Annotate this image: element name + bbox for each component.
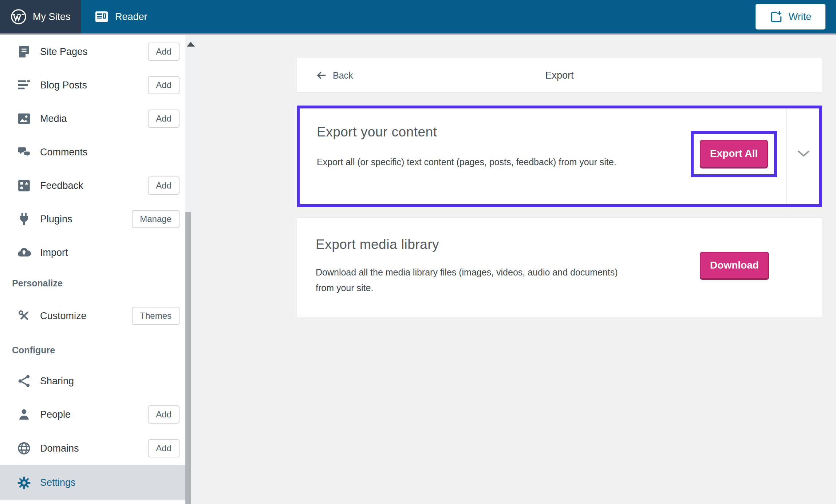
reader-tab[interactable]: Reader xyxy=(81,0,158,33)
add-button[interactable]: Add xyxy=(148,43,180,61)
add-button[interactable]: Add xyxy=(148,176,180,195)
plug-icon xyxy=(16,211,32,227)
write-button[interactable]: Write xyxy=(756,4,825,29)
export-content-card: Export your content Export all (or speci… xyxy=(297,106,822,207)
add-button[interactable]: Add xyxy=(148,439,180,457)
my-sites-tab[interactable]: My Sites xyxy=(0,0,81,33)
cloud-upload-icon xyxy=(16,245,32,261)
main-content: Back Export Export your content Export a… xyxy=(196,35,836,504)
export-all-annotation-box: Export All xyxy=(691,131,777,177)
export-content-description: Export all (or specific) text content (p… xyxy=(317,154,637,170)
chevron-down-icon[interactable] xyxy=(796,149,811,158)
sidebar-item-feedback[interactable]: Feedback Add xyxy=(0,169,185,202)
sidebar-item-domains[interactable]: Domains Add xyxy=(0,432,185,465)
back-button[interactable]: Back xyxy=(315,58,353,92)
sidebar-item-media[interactable]: Media Add xyxy=(0,102,185,135)
sidebar-item-plugins[interactable]: Plugins Manage xyxy=(0,202,185,236)
sidebar-item-label: Site Pages xyxy=(40,46,88,57)
sidebar: Site Pages Add Blog Posts Add Media Add … xyxy=(0,35,185,504)
sidebar-scrollbar[interactable] xyxy=(185,35,196,504)
export-media-title: Export media library xyxy=(316,237,439,252)
reader-icon xyxy=(95,11,109,23)
sidebar-item-label: Settings xyxy=(40,477,76,488)
sidebar-item-label: People xyxy=(40,409,71,420)
sidebar-item-sharing[interactable]: Sharing xyxy=(0,364,185,398)
back-arrow-icon xyxy=(315,70,328,81)
top-bar: My Sites Reader Write xyxy=(0,0,836,35)
add-button[interactable]: Add xyxy=(148,76,180,94)
share-icon xyxy=(16,373,32,389)
comments-icon xyxy=(16,144,32,160)
back-label: Back xyxy=(333,70,353,81)
add-button[interactable]: Add xyxy=(148,110,180,128)
sidebar-item-settings[interactable]: Settings xyxy=(0,465,185,500)
export-content-title: Export your content xyxy=(317,124,437,140)
customize-icon xyxy=(16,308,32,324)
sidebar-item-import[interactable]: Import xyxy=(0,236,185,269)
scrollbar-up-arrow[interactable] xyxy=(185,37,196,47)
write-icon xyxy=(770,10,783,23)
posts-icon xyxy=(16,77,32,93)
manage-button[interactable]: Manage xyxy=(132,210,180,228)
sidebar-item-label: Comments xyxy=(40,147,88,158)
sidebar-item-blog-posts[interactable]: Blog Posts Add xyxy=(0,68,185,102)
sidebar-item-people[interactable]: People Add xyxy=(0,398,185,431)
my-sites-label: My Sites xyxy=(33,11,71,23)
image-icon xyxy=(16,111,32,127)
add-button[interactable]: Add xyxy=(148,405,180,424)
wordpress-logo-icon xyxy=(10,8,27,25)
sidebar-item-label: Media xyxy=(40,113,67,124)
export-media-card: Export media library Download all the me… xyxy=(297,218,822,317)
sidebar-item-label: Feedback xyxy=(40,180,83,191)
feedback-icon xyxy=(16,178,32,194)
export-all-button[interactable]: Export All xyxy=(700,140,768,168)
wordpress-export-screen: My Sites Reader Write xyxy=(0,0,836,504)
write-label: Write xyxy=(789,11,812,23)
person-icon xyxy=(16,406,32,422)
sidebar-item-site-pages[interactable]: Site Pages Add xyxy=(0,35,185,68)
export-media-description: Download all the media library files (im… xyxy=(316,265,636,296)
page-icon xyxy=(16,44,32,60)
sidebar-item-label: Sharing xyxy=(40,376,74,387)
card-divider xyxy=(786,108,787,204)
sidebar-item-label: Customize xyxy=(40,310,87,322)
sidebar-item-label: Plugins xyxy=(40,214,72,225)
sidebar-item-label: Blog Posts xyxy=(40,80,87,91)
sidebar-section-configure: Configure xyxy=(12,345,158,356)
download-button[interactable]: Download xyxy=(700,252,769,280)
globe-icon xyxy=(16,440,32,456)
sidebar-item-label: Import xyxy=(40,247,68,258)
sidebar-item-customize[interactable]: Customize Themes xyxy=(0,299,185,333)
page-title: Export xyxy=(297,58,822,92)
scrollbar-thumb[interactable] xyxy=(185,212,191,504)
sidebar-item-label: Domains xyxy=(40,443,79,454)
sidebar-item-comments[interactable]: Comments xyxy=(0,135,185,169)
reader-label: Reader xyxy=(115,11,147,23)
up-triangle-icon xyxy=(187,42,195,47)
sidebar-section-personalize: Personalize xyxy=(12,278,158,289)
export-header-card: Back Export xyxy=(297,58,822,93)
themes-button[interactable]: Themes xyxy=(132,307,180,325)
gear-icon xyxy=(16,475,32,491)
